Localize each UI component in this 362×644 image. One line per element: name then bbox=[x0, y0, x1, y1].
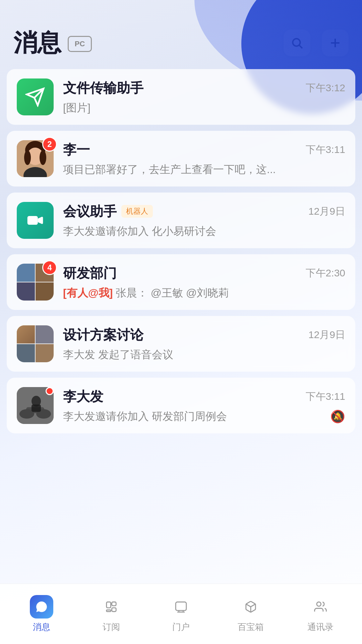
svg-rect-19 bbox=[107, 602, 111, 608]
chat-preview: 李大发邀请你加入 研发部门周例会 🔕 bbox=[63, 409, 345, 424]
svg-rect-10 bbox=[27, 216, 38, 225]
avatar bbox=[17, 325, 54, 362]
tab-bar: 消息 订阅 门户 bbox=[0, 584, 362, 644]
chat-item-design[interactable]: 设计方案讨论 12月9日 李大发 发起了语音会议 bbox=[7, 316, 355, 372]
chat-list: 文件传输助手 下午3:12 [图片] bbox=[0, 69, 362, 584]
tab-label-portal: 门户 bbox=[172, 621, 190, 633]
tab-label-subscribe: 订阅 bbox=[103, 621, 120, 633]
tab-label-messages: 消息 bbox=[33, 621, 50, 633]
chat-time: 12月9日 bbox=[308, 205, 345, 218]
tab-toolbox[interactable]: 百宝箱 bbox=[216, 595, 286, 633]
avatar bbox=[17, 78, 54, 115]
chat-time: 下午3:11 bbox=[306, 390, 345, 404]
chat-preview: [图片] bbox=[63, 101, 345, 115]
chat-name: 研发部门 bbox=[63, 264, 117, 282]
svg-point-9 bbox=[40, 150, 46, 165]
tab-portal[interactable]: 门户 bbox=[146, 595, 216, 633]
chat-preview: 李大发 发起了语音会议 bbox=[63, 347, 345, 362]
chat-preview: [有人@我] 张晨： @王敏 @刘晓莉 bbox=[63, 286, 345, 301]
portal-tab-icon bbox=[175, 600, 187, 613]
svg-rect-20 bbox=[112, 602, 116, 606]
toolbox-tab-icon bbox=[244, 600, 257, 613]
svg-rect-21 bbox=[112, 608, 116, 611]
chat-name: 文件传输助手 bbox=[63, 79, 143, 97]
chat-item-li-dafa[interactable]: 李大发 下午3:11 李大发邀请你加入 研发部门周例会 🔕 bbox=[7, 378, 355, 433]
contacts-tab-icon bbox=[314, 600, 327, 613]
chat-item-file-transfer[interactable]: 文件传输助手 下午3:12 [图片] bbox=[7, 69, 355, 125]
avatar bbox=[17, 202, 54, 239]
subscribe-tab-icon bbox=[105, 600, 118, 613]
chat-time: 下午3:11 bbox=[306, 143, 345, 157]
svg-rect-22 bbox=[107, 610, 111, 612]
tab-subscribe[interactable]: 订阅 bbox=[76, 595, 146, 633]
chat-name: 李一 bbox=[63, 141, 90, 159]
avatar bbox=[17, 387, 54, 424]
chat-time: 下午2:30 bbox=[306, 266, 345, 280]
robot-tag: 机器人 bbox=[121, 205, 153, 218]
page-title: 消息 bbox=[13, 27, 61, 59]
dot-badge bbox=[46, 387, 54, 395]
unread-badge: 2 bbox=[42, 137, 57, 152]
chat-name: 会议助手 机器人 bbox=[63, 202, 153, 221]
tab-contacts[interactable]: 通讯录 bbox=[286, 595, 355, 633]
unread-badge: 4 bbox=[42, 260, 57, 275]
chat-item-rd-dept[interactable]: 4 研发部门 下午2:30 [有人@我] 张晨： @王敏 @刘晓莉 bbox=[7, 254, 355, 310]
tab-label-toolbox: 百宝箱 bbox=[238, 621, 264, 633]
chat-preview: 李大发邀请你加入 化小易研讨会 bbox=[63, 224, 345, 239]
paper-plane-icon bbox=[25, 87, 45, 107]
tab-messages[interactable]: 消息 bbox=[7, 595, 76, 633]
chat-preview: 项目已部署好了，去生产上查看一下吧，这... bbox=[63, 162, 345, 177]
svg-rect-16 bbox=[32, 405, 41, 412]
chat-time: 下午3:12 bbox=[306, 81, 345, 95]
at-me-label: [有人@我] bbox=[63, 286, 113, 301]
svg-rect-23 bbox=[176, 602, 186, 610]
chat-item-li-yi[interactable]: 2 李一 下午3:11 项目已部署好了，去生产上查看一下吧，这... bbox=[7, 131, 355, 186]
avatar: 2 bbox=[17, 140, 54, 177]
messages-tab-icon bbox=[35, 600, 48, 613]
chat-name: 设计方案讨论 bbox=[63, 326, 143, 344]
svg-point-8 bbox=[24, 150, 31, 165]
mute-icon: 🔕 bbox=[330, 410, 345, 424]
avatar: 4 bbox=[17, 264, 54, 301]
chat-item-meeting[interactable]: 会议助手 机器人 12月9日 李大发邀请你加入 化小易研讨会 bbox=[7, 193, 355, 248]
tab-label-contacts: 通讯录 bbox=[307, 621, 334, 633]
video-camera-icon bbox=[25, 210, 46, 231]
chat-name: 李大发 bbox=[63, 387, 103, 406]
chat-time: 12月9日 bbox=[308, 328, 345, 342]
pc-badge: PC bbox=[68, 36, 92, 52]
svg-point-25 bbox=[317, 602, 321, 606]
